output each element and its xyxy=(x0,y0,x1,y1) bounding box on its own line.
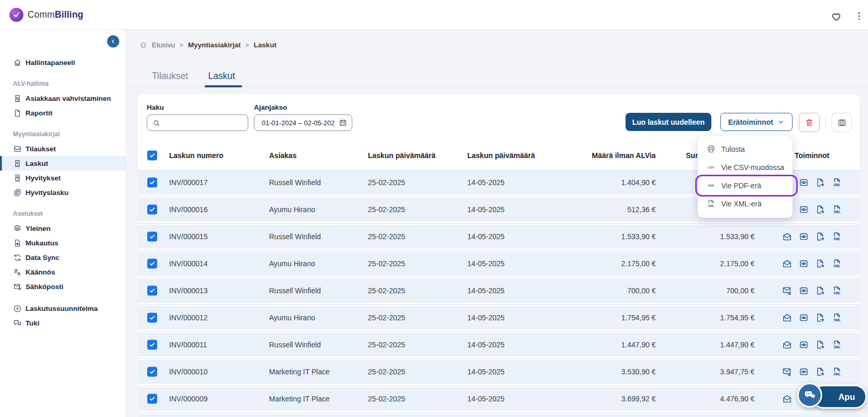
eye-icon[interactable] xyxy=(799,259,809,269)
brand-logo[interactable]: CommBilling xyxy=(9,8,83,22)
mail-open-icon[interactable] xyxy=(782,313,792,323)
breadcrumb-item[interactable]: Myyntiasiakirjat xyxy=(188,41,240,49)
sidebar-item-tilaukset[interactable]: Tilaukset xyxy=(0,141,125,156)
file-export-icon[interactable] xyxy=(815,205,825,215)
xml-icon[interactable]: XML xyxy=(832,178,842,188)
help-label: Apu xyxy=(838,392,855,402)
total-amount: 1.447,90 € xyxy=(720,341,755,349)
chevron-down-icon xyxy=(777,118,785,126)
recreate-invoices-button[interactable]: Luo laskut uudelleen xyxy=(626,113,711,131)
mail-open-icon[interactable] xyxy=(782,394,792,404)
row-checkbox[interactable] xyxy=(147,205,157,215)
delete-button[interactable] xyxy=(799,113,820,132)
xml-icon[interactable]: XML xyxy=(832,340,842,350)
eye-icon[interactable] xyxy=(799,340,809,350)
invoice-date: 25-02-2025 xyxy=(368,259,405,268)
xml-icon[interactable]: XML xyxy=(832,313,842,323)
batch-actions-button[interactable]: Erätoiminnot xyxy=(720,113,793,131)
mail-send-icon[interactable] xyxy=(782,286,792,296)
eye-icon[interactable] xyxy=(799,286,809,296)
row-checkbox[interactable] xyxy=(147,259,157,269)
breadcrumb-home-icon[interactable] xyxy=(139,41,147,49)
sidebar-item-data-sync[interactable]: Data Sync xyxy=(0,250,125,265)
invoice-date: 25-02-2025 xyxy=(368,368,405,376)
mail-gear-icon xyxy=(13,282,22,291)
sidebar-item-asiakkaan-vahvistaminen[interactable]: Asiakkaan vahvistaminen xyxy=(0,91,125,106)
sidebar-item-laskutussuunnitelma[interactable]: €Laskutussuunnitelma xyxy=(0,301,125,316)
sidebar-item-mukautus[interactable]: Mukautus xyxy=(0,236,125,250)
eye-icon[interactable] xyxy=(799,205,809,215)
tab-tilaukset[interactable]: Tilaukset xyxy=(152,68,188,84)
sidebar-item-raportit[interactable]: Raportit xyxy=(0,106,125,120)
xml-icon[interactable]: XML xyxy=(832,259,842,269)
breadcrumb-item[interactable]: Etusivu xyxy=(152,41,175,49)
row-actions: XML xyxy=(782,340,842,350)
chat-icon[interactable] xyxy=(797,383,822,408)
sidebar-item-k-nn-s[interactable]: Käännös xyxy=(0,265,125,279)
svg-text:XML: XML xyxy=(834,237,841,241)
sidebar-item-tuki[interactable]: Tuki xyxy=(0,316,125,330)
file-export-icon[interactable] xyxy=(815,340,825,350)
eye-icon[interactable] xyxy=(799,232,809,242)
sidebar-item-yleinen[interactable]: Yleinen xyxy=(0,221,125,236)
xml-icon[interactable]: XML xyxy=(832,367,842,377)
eye-icon[interactable] xyxy=(799,178,809,188)
select-all-checkbox[interactable] xyxy=(147,150,157,160)
file-export-icon[interactable] xyxy=(815,178,825,188)
mail-open-icon[interactable] xyxy=(782,340,792,350)
toolbar-divider xyxy=(825,115,826,129)
columns-button[interactable] xyxy=(832,113,852,132)
sidebar-collapse-button[interactable] xyxy=(107,35,119,47)
eye-icon[interactable] xyxy=(799,367,809,377)
menu-item-vie-csv-muodossa[interactable]: CSVVie CSV-muodossa xyxy=(698,158,793,176)
invoice-icon: € xyxy=(13,159,22,168)
mail-open-icon[interactable] xyxy=(782,259,792,269)
menu-item-vie-xml-er-[interactable]: XMLVie XML-erä xyxy=(698,194,793,213)
sidebar-item-hyvitykset[interactable]: Hyvitykset xyxy=(0,171,125,185)
file-export-icon[interactable] xyxy=(815,232,825,242)
mail-send-icon[interactable] xyxy=(782,367,792,377)
column-header: Laskun päivämäärä xyxy=(368,151,436,160)
mail-open-icon[interactable] xyxy=(782,232,792,242)
search-input[interactable] xyxy=(147,114,248,131)
due-date: 14-05-2025 xyxy=(467,395,505,403)
heart-icon[interactable] xyxy=(831,11,842,22)
file-export-icon[interactable] xyxy=(815,259,825,269)
invoice-date: 25-02-2025 xyxy=(368,314,405,322)
row-checkbox[interactable] xyxy=(147,286,157,296)
search-field[interactable] xyxy=(164,115,248,131)
sidebar-nav: HallintapaneeliALV-hallintaAsiakkaan vah… xyxy=(0,30,125,330)
kebab-menu-icon[interactable] xyxy=(854,11,864,21)
row-checkbox[interactable] xyxy=(147,313,157,323)
column-header: Toiminnot xyxy=(795,151,829,160)
menu-item-tulosta[interactable]: Tulosta xyxy=(698,140,793,158)
eye-icon[interactable] xyxy=(799,313,809,323)
row-checkbox[interactable] xyxy=(147,394,157,404)
table-row: INV/000015Russell Winfield25-02-202514-0… xyxy=(138,225,860,249)
invoice-number: INV/000012 xyxy=(169,314,208,322)
row-checkbox[interactable] xyxy=(147,367,157,377)
translate-icon xyxy=(13,268,22,277)
file-export-icon[interactable] xyxy=(815,313,825,323)
file-export-icon[interactable] xyxy=(815,286,825,296)
sidebar-item-s-hk-posti[interactable]: Sähköposti xyxy=(0,279,125,294)
sidebar-item-hyvityslasku[interactable]: Hyvityslasku xyxy=(0,185,125,200)
file-export-icon[interactable] xyxy=(815,367,825,377)
row-checkbox[interactable] xyxy=(147,178,157,188)
xml-icon[interactable]: XML xyxy=(832,232,842,242)
sidebar-item-hallintapaneeli[interactable]: Hallintapaneeli xyxy=(0,55,125,70)
period-input[interactable]: 01-01-2024 – 02-05-202 xyxy=(254,114,352,131)
xml-icon[interactable]: XML xyxy=(832,286,842,296)
row-checkbox[interactable] xyxy=(147,232,157,242)
xml-icon[interactable]: XML xyxy=(832,205,842,215)
row-checkbox[interactable] xyxy=(147,340,157,350)
breadcrumb-item[interactable]: Laskut xyxy=(254,41,277,49)
row-actions: XML xyxy=(782,232,842,242)
total-amount: 4.476,90 € xyxy=(720,395,755,403)
breadcrumb-separator: > xyxy=(246,42,249,49)
menu-item-vie-pdf-er-[interactable]: PDFVie PDF-erä xyxy=(698,176,793,194)
tab-laskut[interactable]: Laskut xyxy=(208,68,235,84)
amount-excl-vat: 2.175,00 € xyxy=(621,259,656,268)
sidebar-item-laskut[interactable]: €Laskut xyxy=(0,156,125,171)
due-date: 14-05-2025 xyxy=(467,259,505,268)
